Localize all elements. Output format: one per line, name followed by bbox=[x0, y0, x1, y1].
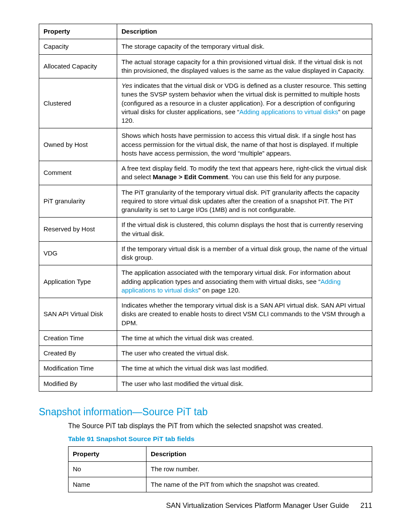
desc-cell: The user who last modified the virtual d… bbox=[117, 376, 372, 391]
page-number: 211 bbox=[360, 501, 372, 510]
section-paragraph: The Source PiT tab displays the PiT from… bbox=[68, 421, 372, 431]
desc-cell: The time at which the virtual disk was c… bbox=[117, 330, 372, 345]
col-header-property: Property bbox=[68, 447, 146, 462]
text-span: The application associated with the temp… bbox=[121, 269, 350, 285]
properties-table-2: Property Description No The row number. … bbox=[68, 446, 372, 492]
prop-cell: Modification Time bbox=[39, 361, 117, 376]
table-caption: Table 91 Snapshot Source PiT tab fields bbox=[68, 435, 372, 443]
text-span: . You can use this field for any purpose… bbox=[228, 173, 341, 180]
prop-cell: Created By bbox=[39, 346, 117, 361]
prop-cell: SAN API Virtual Disk bbox=[39, 298, 117, 331]
link-adding-applications[interactable]: Adding applications to virtual disks bbox=[239, 108, 338, 115]
desc-cell: Indicates whether the temporary virtual … bbox=[117, 298, 372, 331]
desc-cell: The application associated with the temp… bbox=[117, 265, 372, 298]
page-footer: SAN Virtualization Services Platform Man… bbox=[166, 501, 372, 510]
text-span: ” on page 120. bbox=[198, 286, 240, 294]
prop-cell: Name bbox=[68, 477, 146, 492]
table-row: Creation Time The time at which the virt… bbox=[39, 330, 372, 345]
desc-cell: The row number. bbox=[146, 462, 372, 477]
col-header-description: Description bbox=[146, 447, 372, 462]
prop-cell: Allocated Capacity bbox=[39, 54, 117, 78]
desc-cell: The name of the PiT from which the snaps… bbox=[146, 477, 372, 492]
table-row: Reserved by Host If the virtual disk is … bbox=[39, 218, 372, 242]
section-heading: Snapshot information—Source PiT tab bbox=[39, 406, 372, 418]
table-row: Modification Time The time at which the … bbox=[39, 361, 372, 376]
desc-cell: The storage capacity of the temporary vi… bbox=[117, 39, 372, 54]
table-header-row: Property Description bbox=[68, 447, 372, 462]
table-row: Modified By The user who last modified t… bbox=[39, 376, 372, 391]
table-row: PiT granularity The PiT granularity of t… bbox=[39, 185, 372, 218]
desc-cell: Shows which hosts have permission to acc… bbox=[117, 128, 372, 161]
desc-cell: The time at which the virtual disk was l… bbox=[117, 361, 372, 376]
prop-cell: Owned by Host bbox=[39, 128, 117, 161]
prop-cell: Comment bbox=[39, 161, 117, 185]
table-row: Clustered Yes indicates that the virtual… bbox=[39, 78, 372, 128]
prop-cell: Creation Time bbox=[39, 330, 117, 345]
table-row: VDG If the temporary virtual disk is a m… bbox=[39, 241, 372, 265]
table-row: SAN API Virtual Disk Indicates whether t… bbox=[39, 298, 372, 331]
bold-text: Manage > Edit Comment bbox=[153, 173, 228, 180]
table-row: Created By The user who created the virt… bbox=[39, 346, 372, 361]
desc-cell: A free text display field. To modify the… bbox=[117, 161, 372, 185]
italic-text: Yes bbox=[121, 82, 132, 89]
desc-cell: Yes indicates that the virtual disk or V… bbox=[117, 78, 372, 128]
table-row: Owned by Host Shows which hosts have per… bbox=[39, 128, 372, 161]
prop-cell: No bbox=[68, 462, 146, 477]
footer-title: SAN Virtualization Services Platform Man… bbox=[166, 501, 349, 509]
table-row: Name The name of the PiT from which the … bbox=[68, 477, 372, 492]
desc-cell: If the virtual disk is clustered, this c… bbox=[117, 218, 372, 242]
prop-cell: Modified By bbox=[39, 376, 117, 391]
desc-cell: The actual storage capacity for a thin p… bbox=[117, 54, 372, 78]
col-header-property: Property bbox=[39, 24, 117, 39]
col-header-description: Description bbox=[117, 24, 372, 39]
desc-cell: If the temporary virtual disk is a membe… bbox=[117, 241, 372, 265]
prop-cell: Clustered bbox=[39, 78, 117, 128]
table-row: No The row number. bbox=[68, 462, 372, 477]
desc-cell: The PiT granularity of the temporary vir… bbox=[117, 185, 372, 218]
prop-cell: PiT granularity bbox=[39, 185, 117, 218]
desc-cell: The user who created the virtual disk. bbox=[117, 346, 372, 361]
prop-cell: Capacity bbox=[39, 39, 117, 54]
table-row: Comment A free text display field. To mo… bbox=[39, 161, 372, 185]
table-header-row: Property Description bbox=[39, 24, 372, 39]
table-row: Allocated Capacity The actual storage ca… bbox=[39, 54, 372, 78]
prop-cell: VDG bbox=[39, 241, 117, 265]
prop-cell: Application Type bbox=[39, 265, 117, 298]
properties-table-1: Property Description Capacity The storag… bbox=[39, 24, 372, 392]
table-row: Capacity The storage capacity of the tem… bbox=[39, 39, 372, 54]
table-row: Application Type The application associa… bbox=[39, 265, 372, 298]
prop-cell: Reserved by Host bbox=[39, 218, 117, 242]
